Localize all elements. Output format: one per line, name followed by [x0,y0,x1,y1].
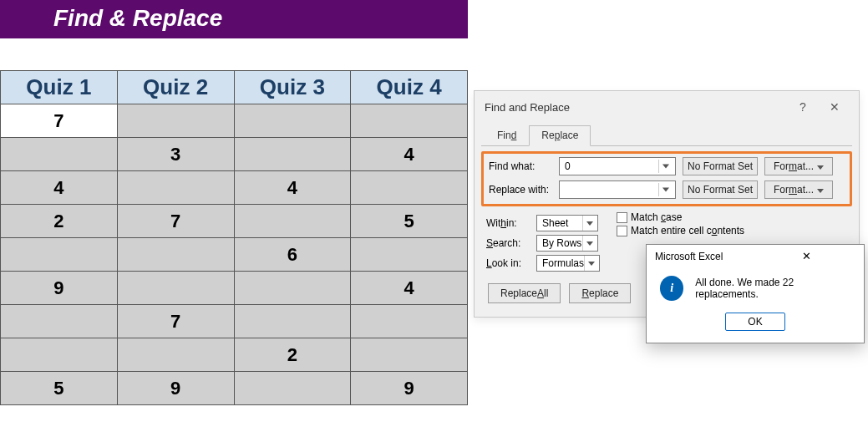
replace-format-button[interactable]: Format... [764,180,833,199]
cell[interactable] [117,272,234,305]
cell[interactable] [117,238,234,272]
match-entire-checkbox[interactable]: Match entire cell contents [617,225,744,236]
chevron-down-icon[interactable] [658,160,672,173]
help-button[interactable]: ? [787,98,819,116]
chevron-down-icon[interactable] [582,236,596,251]
cell[interactable] [1,138,118,171]
msgbox-text: All done. We made 22 replacements. [695,277,850,300]
find-what-input[interactable]: 0 [559,157,676,175]
search-select[interactable]: By Rows [536,235,598,252]
col-header[interactable]: Quiz 4 [351,71,468,104]
replace-button[interactable]: Replace [569,283,631,303]
replace-format-status: No Format Set [683,180,758,199]
cell[interactable] [117,171,234,205]
col-header[interactable]: Quiz 3 [234,71,351,104]
cell[interactable] [117,338,234,372]
chevron-down-icon[interactable] [584,256,597,271]
within-label: Within: [486,217,528,229]
within-select[interactable]: Sheet [536,215,598,231]
highlighted-inputs: Find what: 0 No Format Set Format... Rep… [481,151,852,206]
dialog-titlebar[interactable]: Find and Replace ? ✕ [475,91,859,121]
cell[interactable] [351,104,468,138]
cell[interactable] [234,272,351,305]
cell[interactable] [234,205,351,238]
cell[interactable] [234,372,351,405]
info-icon: i [660,276,683,301]
col-header[interactable]: Quiz 2 [117,71,234,104]
ok-button[interactable]: OK [725,313,784,331]
lookin-label: Look in: [486,257,528,269]
chevron-down-icon[interactable] [582,216,596,231]
cell[interactable]: 9 [1,272,118,305]
find-format-status: No Format Set [683,157,758,175]
find-format-button[interactable]: Format... [764,157,833,175]
cell[interactable] [351,305,468,338]
close-icon[interactable]: ✕ [756,250,857,262]
page-title: Find & Replace [53,5,222,31]
cell[interactable] [1,338,118,372]
checkbox-icon [617,212,627,223]
replace-all-button[interactable]: Replace All [488,283,561,303]
cell[interactable]: 4 [1,171,118,205]
find-what-label: Find what: [489,160,552,172]
cell[interactable]: 2 [234,338,351,372]
cell[interactable]: 5 [1,372,118,405]
replace-with-input[interactable] [559,180,676,199]
lookin-select[interactable]: Formulas [536,255,600,272]
cell[interactable] [351,238,468,272]
replace-with-label: Replace with: [489,184,552,196]
checkbox-icon [617,226,627,236]
cell[interactable]: 4 [351,272,468,305]
chevron-down-icon[interactable] [658,183,672,196]
match-case-checkbox[interactable]: Match case [617,211,744,223]
cell[interactable] [234,104,351,138]
cell[interactable]: 6 [234,238,351,272]
cell[interactable]: 4 [234,171,351,205]
cell[interactable] [351,171,468,205]
tab-find[interactable]: Find [485,125,529,146]
cell[interactable] [351,338,468,372]
cell[interactable]: 5 [351,205,468,238]
cell[interactable]: 9 [117,372,234,405]
cell[interactable]: 2 [1,205,118,238]
message-box: Microsoft Excel ✕ i All done. We made 22… [646,244,865,343]
cell[interactable] [234,305,351,338]
cell[interactable] [1,305,118,338]
close-button[interactable]: ✕ [819,98,850,116]
cell[interactable] [234,138,351,171]
msgbox-title: Microsoft Excel [655,251,756,262]
search-label: Search: [486,237,528,249]
cell[interactable] [117,104,234,138]
cell[interactable]: 7 [117,305,234,338]
cell[interactable]: 3 [117,138,234,171]
cell[interactable]: 9 [351,372,468,405]
page-header: Find & Replace [0,0,468,38]
cell[interactable]: 4 [351,138,468,171]
quiz-table: Quiz 1 Quiz 2 Quiz 3 Quiz 4 734442756947… [0,70,468,405]
msgbox-titlebar[interactable]: Microsoft Excel ✕ [647,245,864,267]
cell[interactable]: 7 [117,205,234,238]
cell[interactable]: 7 [1,104,118,138]
cell[interactable] [1,238,118,272]
col-header[interactable]: Quiz 1 [1,71,118,104]
dialog-title: Find and Replace [485,101,787,114]
tab-replace[interactable]: Replace [529,125,591,146]
dialog-tabs: Find Replace [475,125,859,145]
